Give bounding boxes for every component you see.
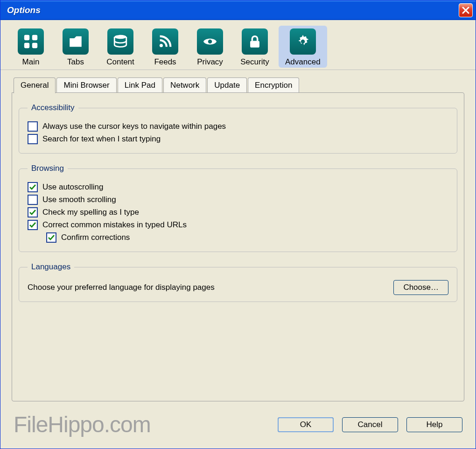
browsing-legend: Browsing [28, 164, 68, 173]
tab-link-pad[interactable]: Link Pad [118, 77, 162, 93]
option-row: Use autoscrolling [28, 182, 448, 192]
tab-general[interactable]: General [14, 77, 56, 93]
svg-point-8 [301, 40, 305, 44]
toolbar-item-main[interactable]: Main [10, 26, 52, 68]
toolbar-item-label: Advanced [285, 57, 321, 67]
options-window: Options MainTabsContentFeedsPrivacySecur… [0, 0, 476, 449]
toolbar-item-security[interactable]: Security [234, 26, 276, 68]
toolbar-item-label: Privacy [197, 57, 223, 67]
lock-icon [242, 28, 268, 55]
accessibility-legend: Accessibility [28, 103, 78, 112]
help-button[interactable]: Help [406, 417, 462, 432]
checkbox[interactable] [28, 121, 38, 132]
close-button[interactable] [459, 3, 473, 17]
toolbar-item-label: Content [106, 57, 134, 67]
stack-icon [107, 28, 133, 55]
tab-strip: GeneralMini BrowserLink PadNetworkUpdate… [12, 77, 464, 93]
checkbox[interactable] [28, 182, 38, 192]
svg-point-6 [208, 40, 212, 44]
toolbar-item-label: Security [240, 57, 269, 67]
checkbox[interactable] [28, 195, 38, 205]
dialog-footer: FileHippo.com OK Cancel Help [0, 406, 476, 449]
svg-rect-3 [32, 43, 37, 48]
toolbar-item-label: Main [22, 57, 40, 67]
option-label: Use smooth scrolling [42, 195, 116, 204]
watermark-text: FileHippo.com [14, 412, 151, 437]
close-icon [462, 7, 469, 14]
title-bar: Options [0, 0, 476, 20]
toolbar-item-feeds[interactable]: Feeds [144, 26, 186, 68]
tab-label: Link Pad [125, 81, 155, 90]
tab-network[interactable]: Network [163, 77, 206, 93]
svg-point-4 [114, 35, 126, 39]
languages-group: Languages Choose your preferred language… [19, 262, 457, 302]
content-area: GeneralMini BrowserLink PadNetworkUpdate… [0, 70, 476, 406]
tab-encryption[interactable]: Encryption [248, 77, 299, 93]
tab-page-general: Accessibility Always use the cursor keys… [12, 92, 464, 401]
tab-update[interactable]: Update [207, 77, 247, 93]
svg-rect-1 [32, 35, 37, 40]
checkbox[interactable] [46, 232, 56, 243]
checkbox[interactable] [28, 134, 38, 144]
svg-point-5 [160, 44, 163, 47]
ok-button[interactable]: OK [278, 417, 334, 432]
browsing-group: Browsing Use autoscrollingUse smooth scr… [19, 164, 457, 252]
option-row: Always use the cursor keys to navigate w… [28, 121, 448, 132]
accessibility-group: Accessibility Always use the cursor keys… [19, 103, 457, 154]
option-row: Use smooth scrolling [28, 195, 448, 205]
option-row: Correct common mistakes in typed URLs [28, 220, 448, 230]
toolbar-item-privacy[interactable]: Privacy [189, 26, 231, 68]
eye-icon [197, 28, 223, 55]
grid-icon [18, 28, 44, 55]
toolbar-item-tabs[interactable]: Tabs [55, 26, 97, 68]
svg-rect-0 [24, 35, 29, 40]
tab-mini-browser[interactable]: Mini Browser [56, 77, 116, 93]
rss-icon [152, 28, 178, 55]
toolbar-item-label: Tabs [67, 57, 84, 67]
languages-text: Choose your preferred language for displ… [28, 283, 215, 292]
toolbar-item-advanced[interactable]: Advanced [279, 26, 327, 68]
checkbox[interactable] [28, 220, 38, 230]
category-toolbar: MainTabsContentFeedsPrivacySecurityAdvan… [0, 20, 476, 70]
tab-label: General [21, 81, 49, 90]
toolbar-item-label: Feeds [154, 57, 176, 67]
tab-label: Update [214, 81, 240, 90]
window-title: Options [7, 5, 41, 15]
tab-icon [63, 28, 89, 55]
option-label: Correct common mistakes in typed URLs [42, 220, 187, 230]
option-row: Check my spelling as I type [28, 207, 448, 217]
gear-icon [290, 28, 316, 55]
checkbox[interactable] [28, 207, 38, 217]
svg-rect-7 [250, 41, 259, 48]
tab-label: Encryption [255, 81, 292, 90]
choose-language-button[interactable]: Choose… [393, 280, 448, 295]
tab-label: Network [170, 81, 199, 90]
languages-legend: Languages [28, 262, 74, 272]
svg-rect-2 [24, 43, 29, 48]
option-row: Search for text when I start typing [28, 134, 448, 144]
option-label: Check my spelling as I type [42, 208, 139, 217]
option-row: Confirm corrections [46, 232, 448, 243]
tab-label: Mini Browser [63, 81, 109, 90]
option-label: Confirm corrections [61, 233, 130, 242]
cancel-button[interactable]: Cancel [342, 417, 398, 432]
option-label: Always use the cursor keys to navigate w… [42, 122, 226, 131]
option-label: Search for text when I start typing [42, 134, 161, 144]
toolbar-item-content[interactable]: Content [99, 26, 141, 68]
option-label: Use autoscrolling [42, 182, 103, 192]
